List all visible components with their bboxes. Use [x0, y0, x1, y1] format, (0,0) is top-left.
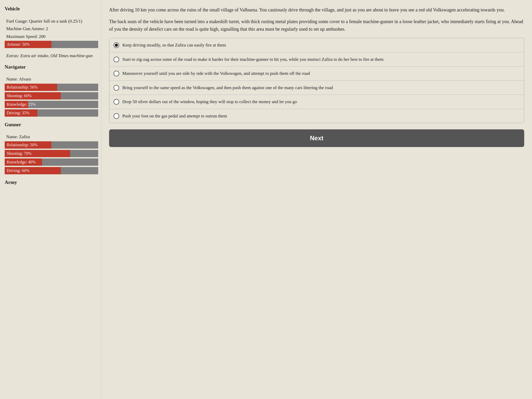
navigator-stat-bar: Relationship: 56% [5, 84, 98, 91]
radio-button[interactable] [114, 99, 119, 105]
radio-button[interactable] [114, 85, 119, 91]
choice-text: Manoeuvre yourself until you are side by… [122, 70, 310, 77]
navigator-stat-bar: Driving: 35% [5, 109, 98, 117]
main-content: After driving 10 km you come across the … [101, 0, 532, 399]
navigator-title: Navigator [5, 63, 96, 71]
choice-item[interactable]: Bring yourself to the same speed as the … [109, 81, 524, 95]
gunner-name: Name: Zafira [5, 134, 96, 140]
armour-bar-label: Armour: 50% [7, 41, 30, 48]
choice-item[interactable]: Drop 50 silver dollars out of the window… [109, 95, 524, 109]
fuel-gauge: Fuel Gauge: Quarter full on a tank (0.25… [5, 18, 96, 25]
max-speed: Maximum Speed: 200 [5, 33, 96, 40]
extras: Extras: Extra air intake, Old Times mach… [5, 52, 96, 59]
gunner-bars: Relationship: 50%Shooting: 70%Knowledge:… [5, 141, 96, 174]
choice-item[interactable]: Keep driving steadily, so that Zafira ca… [109, 38, 524, 52]
ammo: Machine Gun Ammo: 2 [5, 25, 96, 32]
choice-item[interactable]: Start to zig-zag across some of the road… [109, 52, 524, 67]
navigator-stat-bar: Knowledge: 25% [5, 101, 98, 108]
choice-text: Drop 50 silver dollars out of the window… [122, 98, 297, 105]
choice-text: Start to zig-zag across some of the road… [122, 56, 384, 63]
narrative: After driving 10 km you come across the … [109, 6, 524, 33]
gunner-stat-bar: Relationship: 50% [5, 141, 98, 149]
army-title: Army [5, 179, 96, 186]
sidebar: Vehicle Fuel Gauge: Quarter full on a ta… [0, 0, 101, 399]
choices-list: Keep driving steadily, so that Zafira ca… [109, 38, 524, 123]
next-button[interactable]: Next [109, 129, 524, 147]
navigator-name: Name: Alvaro [5, 76, 96, 83]
radio-button[interactable] [114, 113, 119, 119]
gunner-stat-bar: Driving: 60% [5, 167, 98, 174]
armour-bar: Armour: 50% [5, 41, 98, 48]
choice-text: Push your foot on the gas pedal and atte… [122, 113, 227, 119]
gunner-title: Gunner [5, 121, 96, 129]
app-layout: Vehicle Fuel Gauge: Quarter full on a ta… [0, 0, 532, 399]
navigator-bars: Relationship: 56%Shooting: 60%Knowledge:… [5, 84, 96, 117]
vehicle-title: Vehicle [5, 5, 96, 13]
gunner-stat-bar: Shooting: 70% [5, 150, 98, 157]
radio-selected-indicator [115, 44, 118, 47]
radio-button[interactable] [114, 71, 119, 76]
choice-text: Keep driving steadily, so that Zafira ca… [122, 42, 226, 49]
radio-button[interactable] [114, 42, 119, 48]
narrative-paragraph: The back seats of the vehicle have been … [109, 18, 524, 33]
choice-item[interactable]: Manoeuvre yourself until you are side by… [109, 66, 524, 81]
choice-item[interactable]: Push your foot on the gas pedal and atte… [109, 109, 524, 123]
narrative-paragraph: After driving 10 km you come across the … [109, 6, 524, 14]
choice-text: Bring yourself to the same speed as the … [122, 84, 333, 91]
gunner-stat-bar: Knowledge: 40% [5, 158, 98, 166]
radio-button[interactable] [114, 57, 119, 62]
navigator-stat-bar: Shooting: 60% [5, 92, 98, 99]
